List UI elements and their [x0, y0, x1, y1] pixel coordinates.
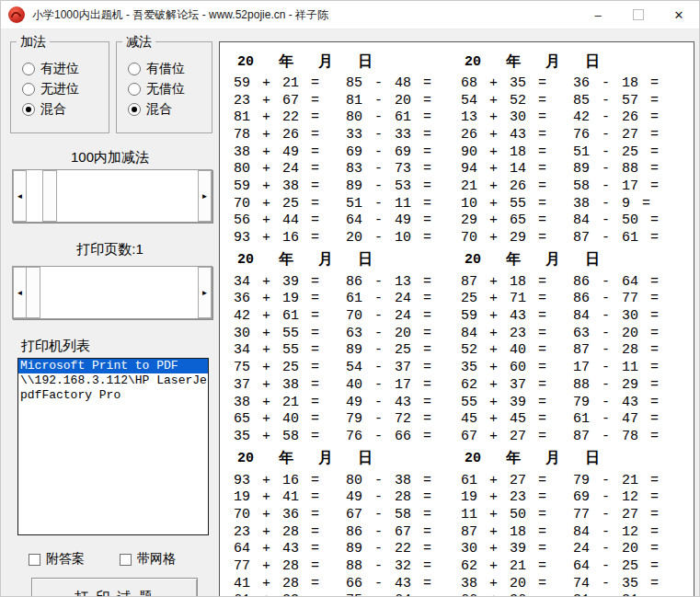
radio-icon[interactable] [128, 103, 141, 116]
date-char: 月 [545, 52, 560, 72]
scroll-left-icon[interactable]: ◄ [13, 267, 27, 318]
addition-problem: 67 + 27 = [461, 429, 573, 444]
printer-list-item[interactable]: Microsoft Print to PDF [18, 359, 208, 373]
year-prefix: 20 [465, 252, 481, 268]
date-char: 年 [506, 449, 521, 468]
year-prefix: 20 [465, 54, 481, 70]
subtraction-problem: 42 - 26 = [573, 109, 686, 125]
problem-row: 23 + 67 =81 - 20 = [232, 92, 459, 109]
problem-row: 87 + 18 =86 - 64 = [459, 273, 686, 291]
range-scrollbar[interactable]: ◄ ► [12, 169, 212, 223]
addition-problem: 26 + 43 = [461, 127, 573, 143]
subtraction-problem: 17 - 11 = [573, 360, 686, 375]
worksheet-block: 20年月日87 + 18 =86 - 64 =25 + 71 =86 - 77 … [459, 248, 686, 445]
checkbox-icon[interactable] [120, 554, 132, 566]
problem-row: 94 + 14 =89 - 88 = [459, 160, 686, 178]
addition-problem: 36 + 19 = [234, 291, 346, 306]
problem-row: 81 + 22 =80 - 61 = [232, 109, 459, 126]
addition-problem: 61 + 27 = [461, 473, 573, 488]
addition-problem: 87 + 18 = [461, 524, 573, 540]
problem-row: 11 + 50 =77 - 27 = [459, 506, 686, 523]
worksheet-block: 20年月日61 + 27 =79 - 21 =19 + 23 =69 - 12 … [459, 447, 686, 597]
answers-checkbox[interactable]: 附答案 [29, 551, 85, 568]
subtraction-problem: 40 - 17 = [346, 377, 459, 393]
date-char: 日 [358, 52, 373, 72]
year-prefix: 20 [237, 252, 254, 268]
radio-option[interactable]: 有进位 [22, 59, 109, 79]
addition-problem: 66 + 36 = [461, 592, 573, 597]
addition-problem: 68 + 35 = [461, 75, 573, 91]
subtraction-problem: 80 - 61 = [346, 109, 459, 125]
problem-row: 26 + 43 =76 - 27 = [459, 126, 686, 144]
problem-row: 68 + 35 =36 - 18 = [459, 75, 686, 92]
pages-scrollbar[interactable]: ◄ ► [12, 266, 212, 319]
addition-problem: 62 + 21 = [461, 558, 573, 574]
subtraction-problem: 64 - 25 = [573, 558, 686, 574]
addition-problem: 93 + 16 = [234, 230, 346, 246]
date-char: 年 [279, 250, 293, 270]
problem-row: 80 + 24 =83 - 73 = [232, 160, 459, 178]
checkbox-icon[interactable] [29, 554, 40, 566]
problem-row: 78 + 26 =33 - 33 = [232, 126, 459, 144]
radio-option[interactable]: 混合 [128, 99, 212, 120]
subtraction-problem: 75 - 64 = [346, 592, 459, 597]
problem-row: 84 + 23 =63 - 20 = [459, 325, 686, 342]
radio-icon[interactable] [128, 63, 141, 75]
radio-icon[interactable] [22, 103, 35, 116]
problem-row: 56 + 44 =64 - 49 = [232, 212, 459, 230]
minimize-button[interactable]: – [578, 1, 618, 29]
subtraction-problem: 51 - 11 = [346, 196, 459, 212]
problem-row: 41 + 28 =66 - 43 = [232, 575, 459, 592]
problem-row: 55 + 39 =79 - 43 = [459, 394, 686, 411]
addition-problem: 54 + 52 = [461, 93, 573, 109]
addition-problem: 62 + 37 = [461, 377, 573, 393]
subtraction-problem: 61 - 47 = [573, 411, 686, 427]
date-char: 日 [585, 449, 600, 468]
scrollbar-thumb[interactable] [42, 170, 57, 222]
problem-row: 70 + 29 =87 - 61 = [459, 229, 686, 247]
problem-row: 38 + 20 =74 - 35 = [459, 575, 686, 592]
date-char: 日 [358, 449, 373, 468]
worksheet-block: 20年月日59 + 21 =85 - 48 =23 + 67 =81 - 20 … [232, 50, 459, 247]
addition-problem: 84 + 23 = [461, 326, 573, 341]
radio-option[interactable]: 无进位 [22, 79, 109, 99]
scroll-right-icon[interactable]: ► [198, 267, 212, 318]
addition-groupbox: 加法 有进位无进位混合 [10, 41, 109, 133]
printer-listbox[interactable]: Microsoft Print to PDF\\192.168.3.112\HP… [17, 358, 209, 535]
subtraction-problem: 84 - 50 = [573, 212, 686, 228]
date-header: 20年月日 [232, 449, 459, 469]
subtraction-problem: 69 - 69 = [346, 144, 459, 160]
close-button[interactable]: ✕ [659, 1, 699, 29]
subtraction-problem: 64 - 49 = [346, 212, 459, 228]
radio-option[interactable]: 无借位 [128, 79, 212, 99]
print-button[interactable]: 打 印 试 题 [31, 578, 198, 597]
radio-icon[interactable] [128, 83, 141, 96]
radio-option[interactable]: 混合 [22, 99, 109, 120]
addition-group-title: 加法 [17, 34, 50, 51]
problem-row: 35 + 58 =76 - 66 = [232, 428, 459, 445]
problem-row: 36 + 19 =61 - 24 = [232, 291, 459, 308]
scroll-left-icon[interactable]: ◄ [13, 170, 27, 222]
subtraction-problem: 81 - 20 = [346, 93, 459, 109]
problem-row: 59 + 43 =84 - 30 = [459, 307, 686, 325]
addition-problem: 21 + 26 = [461, 178, 573, 194]
addition-problem: 52 + 40 = [461, 342, 573, 358]
radio-option[interactable]: 有借位 [128, 59, 212, 79]
subtraction-problem: 89 - 53 = [346, 178, 459, 194]
printer-list-item[interactable]: \\192.168.3.112\HP LaserJe [18, 373, 208, 388]
subtraction-problem: 87 - 78 = [573, 429, 686, 444]
grid-checkbox[interactable]: 带网格 [120, 551, 176, 568]
radio-icon[interactable] [22, 83, 35, 96]
addition-problem: 75 + 25 = [234, 360, 346, 375]
scrollbar-thumb[interactable] [26, 267, 40, 318]
radio-icon[interactable] [22, 63, 35, 75]
date-char: 月 [318, 250, 333, 270]
addition-problem: 87 + 18 = [461, 274, 573, 290]
addition-problem: 13 + 30 = [461, 109, 573, 125]
problem-row: 45 + 45 =61 - 47 = [459, 410, 686, 428]
problem-row: 13 + 30 =42 - 26 = [459, 109, 686, 126]
problem-row: 75 + 25 =54 - 37 = [232, 359, 459, 376]
printer-list-item[interactable]: pdfFactory Pro [18, 388, 208, 403]
scroll-right-icon[interactable]: ► [198, 170, 212, 222]
addition-problem: 19 + 23 = [461, 489, 573, 505]
